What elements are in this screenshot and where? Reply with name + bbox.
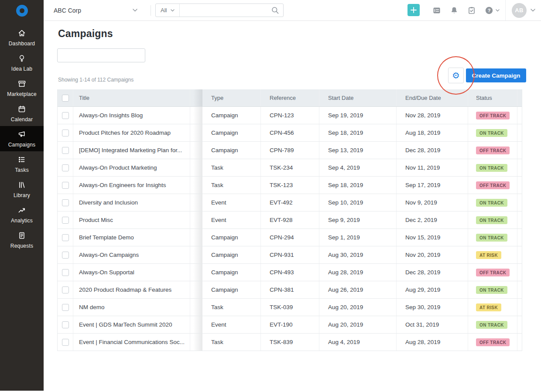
- cell-title[interactable]: Always-On Insights Blog: [73, 107, 190, 124]
- cell-status: ON TRACK: [468, 159, 517, 176]
- row-checkbox[interactable]: [62, 130, 69, 136]
- cell-title[interactable]: Always-On Campaigns: [73, 246, 190, 263]
- row-endcap-cell: [517, 194, 523, 211]
- sidebar-item-dashboard[interactable]: Dashboard: [0, 25, 44, 50]
- sidebar-item-analytics[interactable]: Analytics: [0, 202, 44, 227]
- table-row[interactable]: Always-On SupportalCampaignCPN-493Aug 28…: [58, 264, 522, 281]
- row-checkbox-cell: [58, 124, 73, 141]
- approvals-button[interactable]: [466, 5, 477, 16]
- cell-status: ON TRACK: [468, 316, 517, 333]
- column-header-title[interactable]: Title: [73, 89, 190, 106]
- cell-title[interactable]: Always-On Product Marketing: [73, 159, 190, 176]
- table-row[interactable]: Product MiscEventEVT-928Sep 9, 2019Dec 2…: [58, 211, 522, 229]
- search-scope-dropdown[interactable]: All: [156, 4, 180, 17]
- row-endcap-cell: [517, 299, 523, 316]
- row-endcap-cell: [517, 246, 523, 263]
- cell-end-date: Aug 29, 2019: [397, 281, 468, 298]
- row-checkbox[interactable]: [62, 147, 69, 154]
- org-selector[interactable]: ABC Corp: [54, 0, 137, 20]
- cell-end-date: Nov 20, 2019: [397, 246, 468, 263]
- cell-title[interactable]: Always-On Supportal: [73, 264, 190, 281]
- frozen-column-shadow: [190, 124, 202, 141]
- row-checkbox[interactable]: [62, 252, 69, 259]
- cell-title[interactable]: Product Misc: [73, 211, 190, 228]
- table-header-row: Title Type Reference Start Date End/Due …: [58, 89, 522, 107]
- cell-title[interactable]: 2020 Product Roadmap & Features: [73, 281, 190, 298]
- status-badge: ON TRACK: [476, 129, 507, 137]
- sidebar-item-label: Requests: [10, 243, 33, 249]
- cell-title[interactable]: Diversity and Inclusion: [73, 194, 190, 211]
- table-row[interactable]: Always-On Engineers for InsightsTaskTSK-…: [58, 177, 522, 194]
- table-row[interactable]: [DEMO] Integrated Marketing Plan for...C…: [58, 142, 522, 159]
- cell-type: Campaign: [202, 124, 261, 141]
- row-checkbox[interactable]: [62, 112, 69, 119]
- cell-start-date: Aug 26, 2019: [319, 281, 397, 298]
- table-settings-button[interactable]: ⚙: [448, 68, 464, 83]
- sidebar-item-marketplace[interactable]: Marketplace: [0, 75, 44, 101]
- column-header-type[interactable]: Type: [202, 89, 261, 106]
- frozen-column-shadow: [190, 299, 202, 316]
- table-row[interactable]: Brief Template DemoCampaignCPN-294Sep 1,…: [58, 229, 522, 246]
- column-header-status[interactable]: Status: [468, 89, 517, 106]
- column-header-start-date[interactable]: Start Date: [319, 89, 397, 106]
- campaign-search-input[interactable]: [58, 49, 143, 62]
- status-badge: OFF TRACK: [476, 147, 510, 154]
- cell-end-date: Nov 28, 2019: [397, 107, 468, 124]
- status-badge: AT RISK: [476, 303, 501, 311]
- cell-title[interactable]: NM demo: [73, 299, 190, 316]
- table-row[interactable]: Always-On Insights BlogCampaignCPN-123Se…: [58, 107, 522, 124]
- row-checkbox[interactable]: [62, 286, 69, 293]
- select-all-checkbox[interactable]: [62, 95, 69, 102]
- cell-title[interactable]: Always-On Engineers for Insights: [73, 177, 190, 194]
- status-badge: ON TRACK: [476, 199, 507, 207]
- cell-title[interactable]: Event | GDS MarTech Summit 2020: [73, 316, 190, 333]
- row-checkbox[interactable]: [62, 339, 69, 346]
- cell-title[interactable]: [DEMO] Integrated Marketing Plan for...: [73, 142, 190, 159]
- feed-button[interactable]: [431, 5, 442, 16]
- user-menu[interactable]: AB: [512, 0, 535, 20]
- cell-title[interactable]: Product Pitches for 2020 Roadmap: [73, 124, 190, 141]
- column-header-reference[interactable]: Reference: [261, 89, 319, 106]
- sidebar-item-label: Analytics: [11, 218, 33, 224]
- row-checkbox[interactable]: [62, 217, 69, 224]
- table-row[interactable]: NM demoTaskTSK-039Aug 20, 2019Sep 30, 20…: [58, 299, 522, 316]
- column-header-end-date[interactable]: End/Due Date: [397, 89, 468, 106]
- sidebar-item-library[interactable]: Library: [0, 177, 44, 202]
- row-checkbox[interactable]: [62, 164, 69, 171]
- create-campaign-button[interactable]: Create Campaign: [466, 68, 526, 82]
- table-row[interactable]: Diversity and InclusionEventEVT-492Sep 1…: [58, 194, 522, 211]
- sidebar-item-campaigns[interactable]: Campaigns: [0, 126, 44, 151]
- sidebar-item-tasks[interactable]: Tasks: [0, 151, 44, 177]
- cell-end-date: Nov 11, 2019: [397, 159, 468, 176]
- row-checkbox[interactable]: [62, 199, 69, 206]
- bell-icon: [450, 6, 459, 15]
- cell-start-date: Sep 1, 2019: [319, 229, 397, 246]
- row-checkbox[interactable]: [62, 269, 69, 276]
- table-row[interactable]: Event | GDS MarTech Summit 2020EventEVT-…: [58, 316, 522, 334]
- table-row[interactable]: Always-On CampaignsCampaignCPN-931Aug 30…: [58, 246, 522, 264]
- row-checkbox[interactable]: [62, 321, 69, 328]
- table-row[interactable]: 2020 Product Roadmap & FeaturesCampaignC…: [58, 281, 522, 299]
- create-new-button[interactable]: [407, 4, 420, 16]
- cell-start-date: Aug 20, 2019: [319, 316, 397, 333]
- table-row[interactable]: Always-On Product MarketingTaskTSK-234Se…: [58, 159, 522, 177]
- cell-title[interactable]: Event | Financial Communications Soc...: [73, 334, 190, 351]
- help-menu[interactable]: ?: [483, 5, 501, 16]
- gear-icon: ⚙: [452, 71, 460, 80]
- sidebar-item-requests[interactable]: Requests: [0, 227, 44, 252]
- row-checkbox[interactable]: [62, 304, 69, 311]
- cell-end-date: Oct 31, 2019: [397, 316, 468, 333]
- notifications-button[interactable]: [449, 5, 459, 16]
- row-endcap-cell: [517, 107, 523, 124]
- sidebar-item-calendar[interactable]: Calendar: [0, 101, 44, 126]
- table-row[interactable]: Event | Financial Communications Soc...T…: [58, 334, 522, 351]
- cell-start-date: Aug 20, 2019: [319, 299, 397, 316]
- cell-type: Task: [202, 159, 261, 176]
- row-checkbox[interactable]: [62, 182, 69, 189]
- table-row[interactable]: Product Pitches for 2020 RoadmapCampaign…: [58, 124, 522, 142]
- cell-title[interactable]: Brief Template Demo: [73, 229, 190, 246]
- row-checkbox[interactable]: [62, 234, 69, 241]
- global-search-input[interactable]: [180, 4, 271, 17]
- sidebar-item-idea-lab[interactable]: Idea Lab: [0, 50, 44, 75]
- cell-reference: TSK-123: [261, 177, 319, 194]
